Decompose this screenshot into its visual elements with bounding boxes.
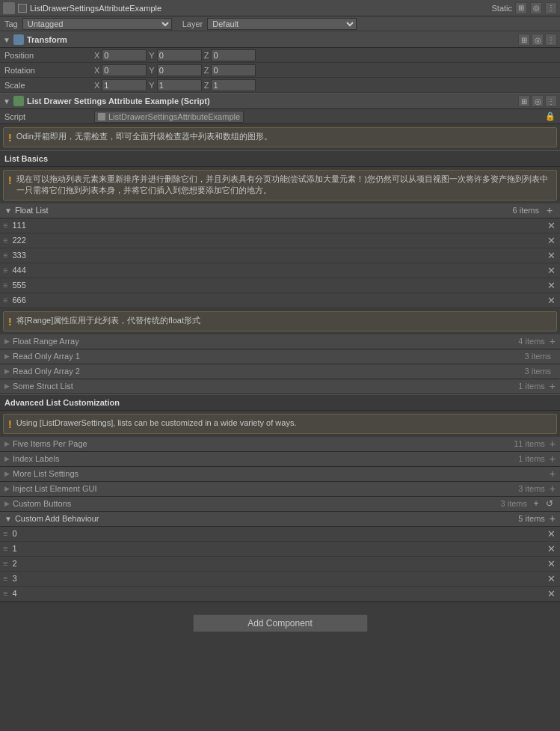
float-item-4[interactable]: 555 <box>12 281 545 290</box>
custom-buttons-refresh-btn[interactable]: ↺ <box>544 498 556 510</box>
custom-item-0[interactable]: 0 <box>12 529 545 538</box>
float-item-3[interactable]: 444 <box>12 266 545 275</box>
layer-label: Layer <box>182 19 203 28</box>
rotation-x-input[interactable] <box>102 64 147 76</box>
drag-handle-2[interactable]: ≡ <box>3 251 7 260</box>
custom-add-item-1: ≡ 1 ✕ <box>0 542 560 557</box>
inject-gui-header[interactable]: ▶ Inject List Element GUI 3 items + <box>0 482 560 497</box>
custom-add-item-0: ≡ 0 ✕ <box>0 527 560 542</box>
bottom-bar: Add Component <box>0 602 560 641</box>
transform-more-btn[interactable]: ⋮ <box>545 34 557 46</box>
script-snap-btn[interactable]: ⊞ <box>518 95 530 107</box>
custom-buttons-title: Custom Buttons <box>13 499 71 508</box>
custom-drag-3[interactable]: ≡ <box>3 574 7 583</box>
script-more-btn[interactable]: ⋮ <box>545 95 557 107</box>
focus-btn[interactable]: ◎ <box>530 2 542 14</box>
transform-arrow[interactable]: ▼ <box>3 36 10 44</box>
drag-handle-4[interactable]: ≡ <box>3 281 7 290</box>
some-struct-list-header[interactable]: ▶ Some Struct List 1 items + <box>0 379 560 394</box>
float-item-2[interactable]: 333 <box>12 251 545 260</box>
top-bar: ListDrawerSettingsAttributeExample Stati… <box>0 0 560 16</box>
position-x-input[interactable] <box>102 49 147 61</box>
active-checkbox[interactable] <box>18 4 27 13</box>
scale-row: Scale X Y Z <box>0 78 560 93</box>
custom-remove-1[interactable]: ✕ <box>545 542 557 554</box>
float-list-header[interactable]: ▼ Float List 6 items + <box>0 204 560 218</box>
some-struct-add-btn[interactable]: + <box>550 380 556 392</box>
custom-drag-4[interactable]: ≡ <box>3 589 7 598</box>
script-ref[interactable]: ListDrawerSettingsAttributeExample <box>94 111 244 123</box>
scale-y-input[interactable] <box>157 79 202 91</box>
readonly-array2-header[interactable]: ▶ Read Only Array 2 3 items <box>0 364 560 379</box>
more-list-title: More List Settings <box>13 469 79 478</box>
transform-snap-btn[interactable]: ⊞ <box>518 34 530 46</box>
remove-btn-2[interactable]: ✕ <box>545 249 557 261</box>
script-tools: ⊞ ◎ ⋮ <box>518 95 557 107</box>
scale-z-input[interactable] <box>211 79 256 91</box>
scale-x-input[interactable] <box>102 79 147 91</box>
add-component-button[interactable]: Add Component <box>193 614 368 632</box>
custom-remove-4[interactable]: ✕ <box>545 587 557 599</box>
custom-remove-0[interactable]: ✕ <box>545 527 557 539</box>
custom-remove-2[interactable]: ✕ <box>545 557 557 569</box>
layer-select[interactable]: Default <box>207 18 357 30</box>
remove-btn-0[interactable]: ✕ <box>545 219 557 231</box>
custom-drag-2[interactable]: ≡ <box>3 559 7 568</box>
position-z-input[interactable] <box>211 49 256 61</box>
custom-drag-0[interactable]: ≡ <box>3 529 7 538</box>
drag-handle-5[interactable]: ≡ <box>3 296 7 305</box>
custom-buttons-add-btn[interactable]: + <box>530 498 542 510</box>
float-list-item-1: ≡ 222 ✕ <box>0 233 560 248</box>
custom-item-4[interactable]: 4 <box>12 589 545 598</box>
custom-remove-3[interactable]: ✕ <box>545 572 557 584</box>
five-items-add-btn[interactable]: + <box>550 438 556 450</box>
position-y-input[interactable] <box>157 49 202 61</box>
index-labels-add-btn[interactable]: + <box>550 453 556 465</box>
drag-handle-3[interactable]: ≡ <box>3 266 7 275</box>
float-list-add-btn[interactable]: + <box>544 204 556 216</box>
custom-item-2[interactable]: 2 <box>12 559 545 568</box>
position-z-label: Z <box>204 51 209 60</box>
drag-handle-0[interactable]: ≡ <box>3 221 7 230</box>
remove-btn-4[interactable]: ✕ <box>545 279 557 291</box>
more-btn[interactable]: ⋮ <box>545 2 557 14</box>
custom-item-3[interactable]: 3 <box>12 574 545 583</box>
custom-drag-1[interactable]: ≡ <box>3 544 7 553</box>
script-reset-btn[interactable]: ◎ <box>532 95 544 107</box>
remove-btn-5[interactable]: ✕ <box>545 294 557 306</box>
index-labels-header[interactable]: ▶ Index Labels 1 items + <box>0 452 560 467</box>
custom-buttons-header[interactable]: ▶ Custom Buttons 3 items + ↺ <box>0 497 560 512</box>
remove-btn-3[interactable]: ✕ <box>545 264 557 276</box>
readonly-array1-header[interactable]: ▶ Read Only Array 1 3 items <box>0 349 560 364</box>
tag-select[interactable]: Untagged <box>22 18 172 30</box>
five-items-header[interactable]: ▶ Five Items Per Page 11 items + <box>0 437 560 452</box>
custom-add-behaviour-header[interactable]: ▼ Custom Add Behaviour 5 items + <box>0 512 560 527</box>
more-list-add-btn[interactable]: + <box>550 468 556 480</box>
float-range-add-btn[interactable]: + <box>550 335 556 347</box>
more-list-settings-header[interactable]: ▶ More List Settings + <box>0 467 560 482</box>
transform-reset-btn[interactable]: ◎ <box>532 34 544 46</box>
readonly-array2-count: 3 items <box>525 367 551 376</box>
advanced-group-header: Advanced List Customization <box>0 394 560 411</box>
inject-gui-add-btn[interactable]: + <box>550 483 556 495</box>
scale-y-label: Y <box>149 81 154 90</box>
remove-btn-1[interactable]: ✕ <box>545 234 557 246</box>
float-range-array-header[interactable]: ▶ Float Range Array 4 items + <box>0 334 560 349</box>
script-arrow[interactable]: ▼ <box>3 97 10 105</box>
rotation-x-label: X <box>94 66 99 75</box>
float-item-1[interactable]: 222 <box>12 236 545 245</box>
rotation-z-input[interactable] <box>211 64 256 76</box>
transform-tools: ⊞ ◎ ⋮ <box>518 34 557 46</box>
position-y-label: Y <box>149 51 154 60</box>
rotation-y-input[interactable] <box>157 64 202 76</box>
custom-add-add-btn[interactable]: + <box>550 513 556 524</box>
float-item-5[interactable]: 666 <box>12 296 545 305</box>
advanced-group-title: Advanced List Customization <box>4 398 120 407</box>
custom-item-1[interactable]: 1 <box>12 544 545 553</box>
drag-handle-1[interactable]: ≡ <box>3 236 7 245</box>
float-range-arrow: ▶ <box>4 337 10 345</box>
position-label: Position <box>4 51 94 60</box>
script-row: Script ListDrawerSettingsAttributeExampl… <box>0 109 560 124</box>
float-item-0[interactable]: 111 <box>12 221 545 230</box>
open-prefab-btn[interactable]: ⊞ <box>515 2 527 14</box>
